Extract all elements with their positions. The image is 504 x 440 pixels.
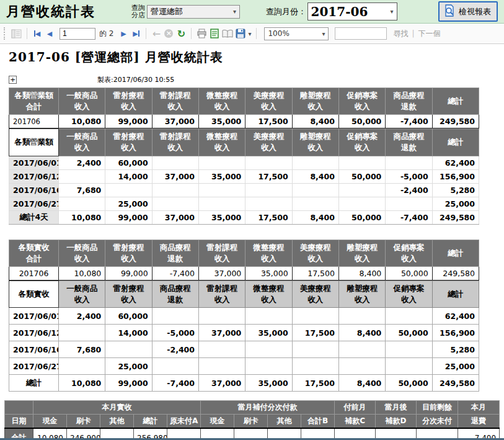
group-header: 本月實收 <box>33 401 201 415</box>
cell <box>386 358 432 375</box>
cell <box>292 156 338 169</box>
table-row: 2017/06/2725,00025,000 <box>9 197 479 210</box>
payment-detail-table: 本月實收當月補付分次付款付前月當月後目前剩餘本月 日期現金刷卡其他總計原未付A現… <box>4 400 500 440</box>
cell <box>386 308 432 325</box>
branch-select-label: 查詢 分店 <box>131 4 145 19</box>
previous-page-button[interactable]: ◀ <box>43 27 56 40</box>
cell <box>245 358 292 375</box>
cell <box>198 183 245 197</box>
expand-toggle[interactable]: + <box>9 76 17 84</box>
cell: 99,000 <box>105 266 152 280</box>
cell: 8,400 <box>338 325 385 341</box>
cell: 35,000 <box>198 169 245 183</box>
cell: 7,680 <box>59 183 105 197</box>
column-header: 商品療程退款 <box>152 240 198 266</box>
cell: 25,000 <box>432 197 479 210</box>
cell: -5,000 <box>386 169 432 183</box>
refresh-icon[interactable]: ↻ <box>175 27 187 40</box>
cell <box>245 156 292 169</box>
view-report-button[interactable]: 檢視報表 <box>438 1 498 22</box>
column-header: 雕塑療程收入 <box>292 88 338 115</box>
column-header: 一般商品收入 <box>59 129 105 156</box>
cell: 17,500 <box>292 375 338 392</box>
column-header: 刷卡 <box>234 415 268 429</box>
next-page-button[interactable]: ▶ <box>117 27 130 40</box>
row-label: 2017/06/27 <box>9 358 59 375</box>
column-header: 雷射療程收入 <box>105 281 152 307</box>
report-body: 2017-06 [營運總部] 月營收統計表 + 製表:2017/06/30 10… <box>0 44 504 440</box>
column-header: 微整療程收入 <box>198 129 245 156</box>
column-header: 雷射課程收入 <box>152 88 198 115</box>
cell: 99,000 <box>105 115 152 128</box>
query-bar: 月營收統計表 查詢 分店 營運總部 ▾ 查詢月份 : 2017-06 ▾ 檢視報… <box>0 0 504 24</box>
refresh-glyph: ↻ <box>177 28 185 40</box>
table-row: 2017/06/2725,00025,000 <box>9 358 479 375</box>
first-page-button[interactable]: ◀ <box>31 27 43 40</box>
cell: 25,000 <box>105 197 152 210</box>
column-header: 美療療程收入 <box>245 88 292 115</box>
branch-select-value: 營運總部 <box>151 6 183 17</box>
cell <box>105 341 152 358</box>
cell: 8,400 <box>338 266 385 280</box>
report-title: 2017-06 [營運總部] 月營收統計表 <box>9 49 504 66</box>
row-label: 2017/06/16 <box>9 341 59 358</box>
column-header: 促銷專案收入 <box>386 281 432 307</box>
print-layout-icon[interactable] <box>208 27 221 40</box>
table-row: 2017/06/1214,00037,00035,00017,5008,4005… <box>9 169 479 183</box>
cell: 8,400 <box>338 375 385 392</box>
table-row: 20170610,08099,000-7,40037,00035,00017,5… <box>9 266 479 280</box>
print-icon[interactable] <box>195 27 208 40</box>
cell <box>386 341 432 358</box>
chevron-down-icon: ▾ <box>248 30 251 37</box>
group-header: 目前剩餘 <box>417 401 458 415</box>
cell <box>386 156 432 169</box>
page-setup-icon[interactable] <box>221 27 234 40</box>
stop-icon[interactable]: × <box>162 27 175 40</box>
cell: -2,400 <box>386 183 432 197</box>
group-header: 當月後 <box>376 401 417 415</box>
separator <box>256 28 257 39</box>
zoom-select[interactable]: 100% ▾ <box>264 27 329 40</box>
column-header: 原未付A <box>167 415 201 429</box>
cell <box>338 197 385 210</box>
column-header: 總計 <box>432 129 479 156</box>
group-header-row: 本月實收當月補付分次付款付前月當月後目前剩餘本月 <box>5 401 500 415</box>
cell: 50,000 <box>386 375 432 392</box>
last-page-button[interactable]: ▶ <box>130 27 142 40</box>
month-select[interactable]: 2017-06 ▾ <box>307 2 397 20</box>
export-save-icon[interactable]: ▾ <box>234 27 252 40</box>
cell: -7,400 <box>152 266 198 280</box>
cell: 37,000 <box>198 375 245 392</box>
cell <box>198 358 245 375</box>
back-arrow: ← <box>153 28 161 40</box>
cell: 99,000 <box>105 375 152 392</box>
find-button[interactable]: 尋找 <box>393 29 408 39</box>
cell: 249,580 <box>432 210 479 224</box>
cell <box>152 183 198 197</box>
cell <box>245 197 292 210</box>
row-label: 2017/06/12 <box>9 169 59 183</box>
branch-select[interactable]: 營運總部 ▾ <box>147 5 240 19</box>
column-header: 現金 <box>33 415 67 429</box>
cell <box>292 308 338 325</box>
table-row: 2017/06/012,40060,00062,400 <box>9 156 479 169</box>
column-header: 一般商品收入 <box>59 88 105 115</box>
cell <box>198 341 245 358</box>
search-input[interactable] <box>335 27 387 40</box>
cell <box>59 197 105 210</box>
column-header: 現金 <box>201 415 234 429</box>
month-select-label: 查詢月份 : <box>266 6 304 17</box>
next-page-icon: ▶ <box>121 30 126 37</box>
column-header: 總計 <box>432 240 479 266</box>
cell: 249,580 <box>432 375 479 392</box>
cell: 8,400 <box>292 115 338 128</box>
document-map-icon[interactable] <box>10 27 23 40</box>
first-page-icon: ◀ <box>35 30 40 37</box>
column-header: 雷射課程收入 <box>198 240 245 266</box>
column-header: 補款D <box>376 415 417 429</box>
page-number-input[interactable] <box>60 28 95 40</box>
back-icon[interactable]: ← <box>150 27 162 40</box>
toolbar-grip <box>4 27 6 40</box>
column-header: 商品療程退款 <box>386 88 432 115</box>
find-next-button[interactable]: 下一個 <box>418 29 441 39</box>
